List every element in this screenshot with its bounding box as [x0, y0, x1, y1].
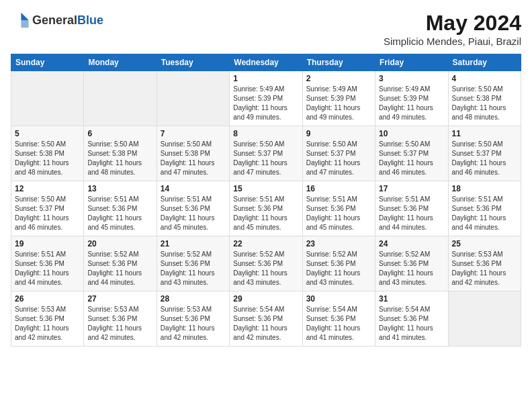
- calendar-cell: [84, 71, 157, 126]
- calendar-cell: 26Sunrise: 5:53 AMSunset: 5:36 PMDayligh…: [11, 291, 84, 347]
- title-block: May 2024 Simplicio Mendes, Piaui, Brazil: [384, 11, 521, 47]
- day-info: Sunrise: 5:54 AMSunset: 5:36 PMDaylight:…: [379, 305, 444, 342]
- day-info: Sunrise: 5:52 AMSunset: 5:36 PMDaylight:…: [87, 250, 152, 287]
- day-info: Sunrise: 5:52 AMSunset: 5:36 PMDaylight:…: [233, 250, 298, 287]
- day-number: 5: [15, 129, 80, 138]
- day-of-week-header: Tuesday: [157, 54, 229, 71]
- day-number: 16: [306, 184, 371, 193]
- day-number: 1: [233, 74, 298, 83]
- svg-marker-1: [21, 20, 28, 28]
- calendar-cell: 22Sunrise: 5:52 AMSunset: 5:36 PMDayligh…: [230, 236, 302, 291]
- day-info: Sunrise: 5:50 AMSunset: 5:37 PMDaylight:…: [15, 195, 80, 232]
- day-of-week-header: Sunday: [11, 54, 84, 71]
- logo-general-text: General: [32, 13, 77, 27]
- day-info: Sunrise: 5:51 AMSunset: 5:36 PMDaylight:…: [306, 195, 371, 232]
- day-number: 24: [379, 239, 444, 248]
- calendar-cell: 6Sunrise: 5:50 AMSunset: 5:38 PMDaylight…: [84, 126, 157, 181]
- calendar-cell: 21Sunrise: 5:52 AMSunset: 5:36 PMDayligh…: [157, 236, 229, 291]
- day-number: 17: [379, 184, 444, 193]
- week-row: 5Sunrise: 5:50 AMSunset: 5:38 PMDaylight…: [11, 126, 521, 181]
- logo-blue-text: Blue: [77, 13, 103, 27]
- day-number: 9: [306, 129, 371, 138]
- day-info: Sunrise: 5:49 AMSunset: 5:39 PMDaylight:…: [306, 85, 371, 122]
- day-info: Sunrise: 5:49 AMSunset: 5:39 PMDaylight:…: [233, 85, 298, 122]
- calendar-cell: 3Sunrise: 5:49 AMSunset: 5:39 PMDaylight…: [375, 71, 448, 126]
- day-info: Sunrise: 5:51 AMSunset: 5:36 PMDaylight:…: [15, 250, 80, 287]
- day-number: 26: [15, 294, 80, 304]
- calendar-title: May 2024: [384, 11, 521, 36]
- calendar-cell: 28Sunrise: 5:53 AMSunset: 5:36 PMDayligh…: [157, 291, 229, 347]
- calendar-cell: 23Sunrise: 5:52 AMSunset: 5:36 PMDayligh…: [302, 236, 375, 291]
- day-number: 27: [87, 294, 152, 304]
- calendar-cell: 30Sunrise: 5:54 AMSunset: 5:36 PMDayligh…: [302, 291, 375, 347]
- calendar-cell: 16Sunrise: 5:51 AMSunset: 5:36 PMDayligh…: [302, 181, 375, 236]
- day-info: Sunrise: 5:51 AMSunset: 5:36 PMDaylight:…: [87, 195, 152, 232]
- calendar-cell: 8Sunrise: 5:50 AMSunset: 5:37 PMDaylight…: [230, 126, 302, 181]
- day-info: Sunrise: 5:50 AMSunset: 5:38 PMDaylight:…: [15, 140, 80, 177]
- week-row: 1Sunrise: 5:49 AMSunset: 5:39 PMDaylight…: [11, 71, 521, 126]
- day-number: 20: [87, 239, 152, 248]
- logo-icon: [11, 11, 30, 30]
- calendar-cell: 7Sunrise: 5:50 AMSunset: 5:38 PMDaylight…: [157, 126, 229, 181]
- day-info: Sunrise: 5:51 AMSunset: 5:36 PMDaylight:…: [233, 195, 298, 232]
- calendar-cell: 17Sunrise: 5:51 AMSunset: 5:36 PMDayligh…: [375, 181, 448, 236]
- svg-marker-0: [21, 13, 28, 20]
- day-number: 4: [452, 74, 517, 83]
- day-number: 13: [87, 184, 152, 193]
- day-number: 22: [233, 239, 298, 248]
- calendar-cell: 15Sunrise: 5:51 AMSunset: 5:36 PMDayligh…: [230, 181, 302, 236]
- day-info: Sunrise: 5:53 AMSunset: 5:36 PMDaylight:…: [161, 305, 226, 342]
- day-number: 31: [379, 294, 444, 304]
- day-info: Sunrise: 5:52 AMSunset: 5:36 PMDaylight:…: [161, 250, 226, 287]
- day-info: Sunrise: 5:50 AMSunset: 5:38 PMDaylight:…: [161, 140, 226, 177]
- day-of-week-header: Monday: [84, 54, 157, 71]
- calendar-cell: 20Sunrise: 5:52 AMSunset: 5:36 PMDayligh…: [84, 236, 157, 291]
- day-number: 30: [306, 294, 371, 304]
- calendar-cell: 19Sunrise: 5:51 AMSunset: 5:36 PMDayligh…: [11, 236, 84, 291]
- day-number: 14: [161, 184, 226, 193]
- calendar-cell: 14Sunrise: 5:51 AMSunset: 5:36 PMDayligh…: [157, 181, 229, 236]
- day-number: 8: [233, 129, 298, 138]
- calendar-cell: 4Sunrise: 5:50 AMSunset: 5:38 PMDaylight…: [448, 71, 521, 126]
- week-row: 12Sunrise: 5:50 AMSunset: 5:37 PMDayligh…: [11, 181, 521, 236]
- day-info: Sunrise: 5:51 AMSunset: 5:36 PMDaylight:…: [452, 195, 517, 232]
- day-number: 12: [15, 184, 80, 193]
- day-info: Sunrise: 5:50 AMSunset: 5:37 PMDaylight:…: [306, 140, 371, 177]
- calendar-cell: 2Sunrise: 5:49 AMSunset: 5:39 PMDaylight…: [302, 71, 375, 126]
- calendar-cell: 24Sunrise: 5:52 AMSunset: 5:36 PMDayligh…: [375, 236, 448, 291]
- day-info: Sunrise: 5:49 AMSunset: 5:39 PMDaylight:…: [379, 85, 444, 122]
- day-number: 3: [379, 74, 444, 83]
- day-number: 19: [15, 239, 80, 248]
- day-info: Sunrise: 5:51 AMSunset: 5:36 PMDaylight:…: [161, 195, 226, 232]
- calendar-location: Simplicio Mendes, Piaui, Brazil: [384, 36, 521, 47]
- calendar-cell: 25Sunrise: 5:53 AMSunset: 5:36 PMDayligh…: [448, 236, 521, 291]
- calendar-cell: 18Sunrise: 5:51 AMSunset: 5:36 PMDayligh…: [448, 181, 521, 236]
- day-number: 23: [306, 239, 371, 248]
- day-number: 18: [452, 184, 517, 193]
- calendar-cell: 5Sunrise: 5:50 AMSunset: 5:38 PMDaylight…: [11, 126, 84, 181]
- day-number: 15: [233, 184, 298, 193]
- day-number: 21: [161, 239, 226, 248]
- calendar-cell: 12Sunrise: 5:50 AMSunset: 5:37 PMDayligh…: [11, 181, 84, 236]
- calendar-cell: [448, 291, 521, 347]
- calendar-cell: 11Sunrise: 5:50 AMSunset: 5:37 PMDayligh…: [448, 126, 521, 181]
- day-info: Sunrise: 5:53 AMSunset: 5:36 PMDaylight:…: [87, 305, 152, 342]
- day-of-week-header: Friday: [375, 54, 448, 71]
- week-row: 19Sunrise: 5:51 AMSunset: 5:36 PMDayligh…: [11, 236, 521, 291]
- page-header: GeneralBlue May 2024 Simplicio Mendes, P…: [11, 11, 521, 47]
- day-number: 25: [452, 239, 517, 248]
- day-info: Sunrise: 5:52 AMSunset: 5:36 PMDaylight:…: [306, 250, 371, 287]
- calendar-cell: 10Sunrise: 5:50 AMSunset: 5:37 PMDayligh…: [375, 126, 448, 181]
- day-number: 28: [161, 294, 226, 304]
- day-info: Sunrise: 5:52 AMSunset: 5:36 PMDaylight:…: [379, 250, 444, 287]
- day-info: Sunrise: 5:53 AMSunset: 5:36 PMDaylight:…: [452, 250, 517, 287]
- day-info: Sunrise: 5:50 AMSunset: 5:37 PMDaylight:…: [452, 140, 517, 177]
- day-number: 11: [452, 129, 517, 138]
- day-info: Sunrise: 5:50 AMSunset: 5:38 PMDaylight:…: [87, 140, 152, 177]
- calendar-cell: 9Sunrise: 5:50 AMSunset: 5:37 PMDaylight…: [302, 126, 375, 181]
- day-number: 2: [306, 74, 371, 83]
- day-info: Sunrise: 5:53 AMSunset: 5:36 PMDaylight:…: [15, 305, 80, 342]
- calendar-table: SundayMondayTuesdayWednesdayThursdayFrid…: [11, 54, 521, 347]
- day-info: Sunrise: 5:51 AMSunset: 5:36 PMDaylight:…: [379, 195, 444, 232]
- calendar-cell: 29Sunrise: 5:54 AMSunset: 5:36 PMDayligh…: [230, 291, 302, 347]
